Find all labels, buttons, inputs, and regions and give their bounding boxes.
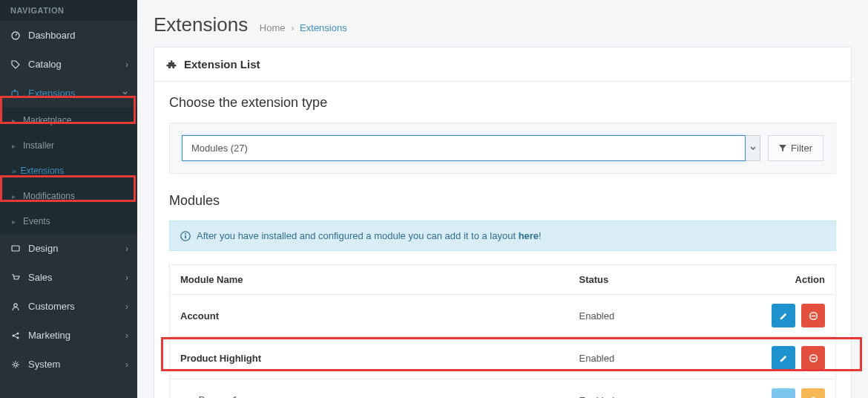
sidebar-item-events[interactable]: ▸ Events bbox=[0, 209, 137, 234]
sidebar-item-modifications[interactable]: ▸ Modifications bbox=[0, 183, 137, 209]
breadcrumb-current[interactable]: Extensions bbox=[300, 22, 347, 33]
sidebar-item-system[interactable]: System › bbox=[0, 350, 137, 379]
sidebar-sub-extensions: ▸ Marketplace ▸ Installer » Extensions ▸… bbox=[0, 108, 137, 234]
sidebar-item-marketplace[interactable]: ▸ Marketplace bbox=[0, 108, 137, 133]
chevron-right-icon: › bbox=[125, 359, 128, 370]
select-dropdown-button[interactable] bbox=[746, 135, 760, 161]
breadcrumb-home[interactable]: Home bbox=[260, 22, 286, 33]
info-prefix: After you have installed and configured … bbox=[197, 230, 519, 241]
chevron-right-icon: › bbox=[125, 244, 128, 254]
svg-point-2 bbox=[14, 89, 16, 91]
modules-table: Module Name Status Action Account Enable… bbox=[169, 264, 836, 398]
breadcrumb-sep: › bbox=[291, 22, 294, 33]
user-icon bbox=[10, 302, 21, 311]
sidebar-label: Extensions bbox=[28, 88, 76, 99]
sidebar-label: Marketing bbox=[28, 330, 70, 341]
uninstall-button[interactable] bbox=[801, 304, 825, 327]
info-icon bbox=[180, 231, 191, 241]
main-content: Extensions Home › Extensions Extension L… bbox=[137, 0, 868, 398]
edit-button[interactable] bbox=[772, 388, 795, 398]
module-name: Account bbox=[170, 295, 569, 337]
sidebar-item-design[interactable]: Design › bbox=[0, 234, 137, 263]
bullet-icon: ▸ bbox=[12, 192, 16, 200]
panel-header: Extension List bbox=[154, 48, 851, 82]
sidebar-label: Modifications bbox=[23, 191, 75, 201]
panel-title: Extension List bbox=[184, 58, 260, 71]
sidebar-label: Design bbox=[28, 243, 58, 254]
sidebar-label: System bbox=[28, 359, 60, 370]
cart-icon bbox=[10, 273, 21, 282]
chevron-right-icon: › bbox=[125, 59, 128, 70]
bullet-icon: ▸ bbox=[12, 142, 16, 150]
sidebar-item-dashboard[interactable]: Dashboard bbox=[0, 21, 137, 50]
sidebar-label: Extensions bbox=[21, 166, 65, 176]
sidebar-item-marketing[interactable]: Marketing › bbox=[0, 321, 137, 350]
filter-button[interactable]: Filter bbox=[768, 135, 823, 161]
chevron-right-icon: › bbox=[125, 330, 128, 341]
filter-label: Filter bbox=[791, 143, 812, 154]
sidebar-label: Catalog bbox=[28, 59, 62, 70]
share-icon bbox=[10, 331, 21, 340]
panel-body: Choose the extension type Modules (27) F… bbox=[154, 82, 851, 398]
sidebar-item-sales[interactable]: Sales › bbox=[0, 263, 137, 292]
page-title: Extensions bbox=[154, 13, 248, 36]
table-row: Banner 1 Enabled bbox=[170, 379, 836, 399]
col-action: Action bbox=[717, 265, 836, 295]
choose-heading: Choose the extension type bbox=[169, 95, 836, 111]
filter-icon bbox=[779, 145, 786, 152]
module-name-text: Banner 1 bbox=[199, 394, 238, 398]
sidebar-label: Sales bbox=[28, 272, 53, 283]
edit-button[interactable] bbox=[772, 346, 795, 370]
dashboard-icon bbox=[10, 31, 21, 40]
module-actions bbox=[717, 337, 836, 379]
svg-point-4 bbox=[14, 303, 17, 306]
extension-panel: Extension List Choose the extension type… bbox=[154, 47, 852, 398]
extension-type-select[interactable]: Modules (27) bbox=[182, 135, 760, 161]
select-value: Modules (27) bbox=[182, 135, 746, 161]
sidebar-item-catalog[interactable]: Catalog › bbox=[0, 50, 137, 79]
svg-rect-1 bbox=[12, 91, 18, 97]
page-header: Extensions Home › Extensions bbox=[137, 0, 868, 47]
uninstall-button[interactable] bbox=[801, 346, 825, 370]
module-status: Enabled bbox=[569, 295, 717, 337]
chevron-right-icon: › bbox=[125, 301, 128, 312]
col-module-name[interactable]: Module Name bbox=[170, 265, 569, 295]
sidebar-item-extensions[interactable]: Extensions bbox=[0, 79, 137, 108]
sidebar-label: Installer bbox=[23, 140, 54, 151]
info-box: After you have installed and configured … bbox=[169, 221, 836, 251]
modules-heading: Modules bbox=[169, 193, 836, 209]
puzzle-icon bbox=[10, 89, 21, 98]
chevron-down-icon bbox=[122, 90, 128, 97]
sidebar-label: Events bbox=[23, 216, 50, 226]
info-suffix: ! bbox=[539, 230, 542, 241]
filter-bar: Modules (27) Filter bbox=[169, 123, 836, 174]
sidebar-label: Marketplace bbox=[23, 115, 71, 125]
sidebar-item-installer[interactable]: ▸ Installer bbox=[0, 133, 137, 158]
svg-rect-10 bbox=[185, 235, 186, 238]
sidebar-label: Customers bbox=[28, 301, 75, 312]
module-name: Product Highlight bbox=[170, 337, 569, 379]
sidebar-label: Dashboard bbox=[28, 30, 76, 41]
info-text: After you have installed and configured … bbox=[197, 230, 542, 241]
table-row: Product Highlight Enabled bbox=[170, 337, 836, 379]
tv-icon bbox=[10, 244, 21, 253]
module-status: Enabled bbox=[569, 337, 717, 379]
gear-icon bbox=[10, 360, 21, 369]
tag-icon bbox=[10, 60, 21, 69]
chevron-right-icon: › bbox=[125, 273, 128, 283]
table-row: Account Enabled bbox=[170, 295, 836, 337]
svg-rect-3 bbox=[12, 246, 19, 251]
bullet-icon: ▸ bbox=[12, 218, 16, 226]
sidebar-item-customers[interactable]: Customers › bbox=[0, 292, 137, 321]
svg-point-8 bbox=[14, 363, 17, 366]
double-chevron-icon: » bbox=[12, 167, 15, 175]
sidebar-item-extensions-sub[interactable]: » Extensions bbox=[0, 158, 137, 183]
sidebar-header: NAVIGATION bbox=[0, 0, 137, 21]
module-status: Enabled bbox=[569, 379, 717, 399]
info-link[interactable]: here bbox=[519, 230, 539, 241]
delete-button[interactable] bbox=[801, 388, 825, 398]
module-name: Banner 1 bbox=[170, 379, 569, 399]
edit-button[interactable] bbox=[772, 304, 795, 327]
col-status[interactable]: Status bbox=[569, 265, 717, 295]
table-header-row: Module Name Status Action bbox=[170, 265, 836, 295]
